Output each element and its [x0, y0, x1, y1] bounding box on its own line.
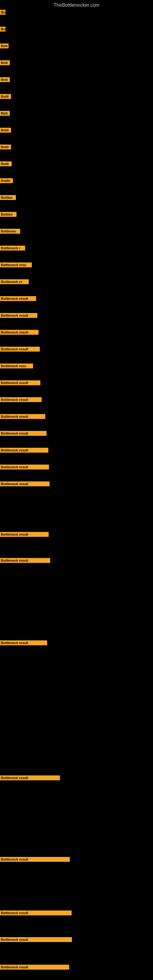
bar-label: Bottleneck resu: [0, 262, 32, 267]
bar-label: Bott: [0, 111, 10, 116]
bar-label: Bottleneck resu: [0, 364, 33, 368]
bar-label: Bottlen: [0, 195, 16, 200]
bar-item: Bottleneck result: [0, 380, 40, 386]
bar-label: Bottl: [0, 94, 11, 99]
bar-label: Bottleneck result: [0, 397, 41, 402]
bar-label: Bo: [0, 27, 5, 32]
bar-label: Bottleneck result: [0, 965, 69, 970]
bar-item: Bottlenec: [0, 228, 20, 234]
bar-item: Bottlen: [0, 194, 16, 200]
bar-item: Bottleneck resu: [0, 262, 32, 268]
site-title: TheBottlenecker.com: [0, 0, 153, 9]
bar-item: Bottleneck result: [0, 775, 60, 781]
bar-item: Bott: [0, 60, 10, 66]
bar-label: Bottleneck result: [0, 313, 37, 318]
bar-label: Bottleneck result: [0, 910, 72, 915]
bar-label: Bottl: [0, 128, 11, 133]
bar-item: Bottleneck result: [0, 329, 38, 335]
bar-item: Bottleneck result: [0, 937, 72, 943]
bar-item: Bottl: [0, 161, 12, 167]
bar-label: Bottleneck r: [0, 246, 25, 250]
bar-label: Bottleneck result: [0, 431, 46, 436]
bar-item: Bottl: [0, 144, 11, 150]
bar-item: Bott: [0, 76, 10, 83]
bar-item: Bottleneck result: [0, 481, 49, 487]
bar-label: Bo: [0, 10, 5, 15]
bar-label: Bottlen: [0, 212, 16, 217]
bar-item: Bottleneck result: [0, 414, 45, 420]
bar-item: Bottleneck r: [0, 245, 25, 251]
bar-label: Bottleneck result: [0, 640, 47, 645]
bar-item: Bottle: [0, 178, 13, 184]
bar-item: Bottleneck result: [0, 396, 41, 403]
bar-item: Bottleneck result: [0, 447, 48, 453]
bar-item: Bottleneck result: [0, 430, 46, 436]
bar-label: Bottleneck re: [0, 279, 29, 284]
bar-label: Bottleneck result: [0, 347, 40, 352]
bar-item: Bottleneck result: [0, 296, 36, 302]
bar-label: Bottle: [0, 178, 13, 183]
bar-label: Bottleneck result: [0, 330, 38, 335]
bar-item: Bottleneck result: [0, 531, 49, 538]
bars-container: BoBoBottBottBottBottlBottBottlBottlBottl…: [0, 9, 153, 15]
bar-item: Bottlen: [0, 211, 16, 218]
bar-item: Bottleneck result: [0, 964, 69, 970]
bar-item: Bottleneck result: [0, 640, 47, 646]
bar-label: Bottleneck result: [0, 481, 49, 486]
bar-item: Bottl: [0, 94, 11, 100]
bar-item: Bott: [0, 43, 9, 49]
bar-label: Bottleneck result: [0, 558, 50, 563]
bar-item: Bottleneck result: [0, 346, 40, 352]
bar-label: Bottleneck result: [0, 937, 72, 942]
bar-label: Bott: [0, 77, 10, 82]
bar-label: Bottl: [0, 145, 11, 150]
bar-item: Bott: [0, 110, 10, 116]
bar-label: Bott: [0, 60, 10, 65]
bar-item: Bo: [0, 9, 5, 15]
bar-label: Bottl: [0, 161, 12, 166]
bar-label: Bottleneck result: [0, 532, 49, 537]
bar-label: Bottleneck result: [0, 296, 36, 301]
bar-item: Bottleneck result: [0, 312, 37, 318]
bar-item: Bottl: [0, 127, 11, 133]
bar-label: Bottlenec: [0, 229, 20, 234]
bar-label: Bottleneck result: [0, 414, 45, 419]
bar-item: Bottleneck re: [0, 279, 29, 285]
bar-item: Bottleneck result: [0, 557, 50, 563]
bar-item: Bottleneck resu: [0, 363, 33, 369]
bar-label: Bottleneck result: [0, 380, 40, 385]
bar-label: Bottleneck result: [0, 857, 70, 862]
bar-item: Bottleneck result: [0, 464, 49, 470]
bar-item: Bottleneck result: [0, 856, 70, 862]
bar-item: Bo: [0, 26, 5, 32]
bar-label: Bottleneck result: [0, 775, 60, 780]
bar-label: Bottleneck result: [0, 448, 48, 453]
bar-label: Bott: [0, 43, 9, 48]
bar-label: Bottleneck result: [0, 465, 49, 469]
bar-item: Bottleneck result: [0, 910, 72, 916]
